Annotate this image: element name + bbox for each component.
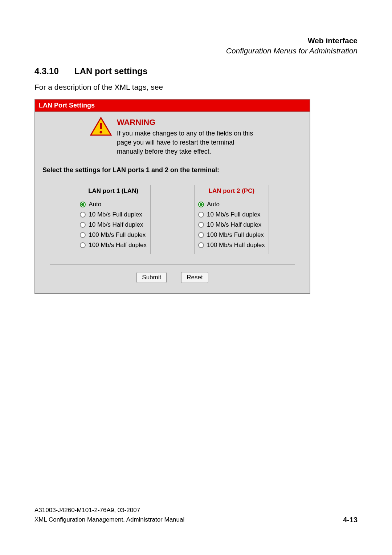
port1-option-10half[interactable]: 10 Mb/s Half duplex [80, 220, 147, 230]
port2-option-auto[interactable]: Auto [198, 199, 265, 210]
radio-icon [198, 222, 204, 228]
page-header: Web interface Configuration Menus for Ad… [34, 36, 358, 55]
instruction-text: Select the settings for LAN ports 1 and … [42, 166, 302, 174]
header-subtitle: Configuration Menus for Administration [34, 46, 358, 55]
radio-icon [80, 222, 86, 228]
lan-settings-panel: LAN Port Settings WARNING If you make ch… [34, 99, 310, 294]
lan-port1-title: LAN port 1 (LAN) [76, 185, 150, 197]
option-label: 100 Mb/s Full duplex [89, 231, 146, 239]
radio-icon [80, 212, 86, 218]
lan-port2-group: LAN port 2 (PC) Auto 10 Mb/s Full duplex… [194, 185, 269, 254]
lan-port2-title: LAN port 2 (PC) [195, 185, 269, 197]
option-label: 10 Mb/s Half duplex [89, 221, 143, 228]
svg-point-2 [100, 131, 102, 134]
option-label: 100 Mb/s Full duplex [207, 231, 264, 239]
option-label: Auto [207, 201, 220, 208]
option-label: Auto [89, 201, 101, 208]
panel-title: LAN Port Settings [35, 100, 310, 112]
warning-block: WARNING If you make changes to any of th… [42, 117, 302, 156]
port2-option-100half[interactable]: 100 Mb/s Half duplex [198, 240, 265, 250]
option-label: 10 Mb/s Half duplex [207, 221, 261, 228]
port2-option-100full[interactable]: 100 Mb/s Full duplex [198, 230, 265, 240]
radio-icon [198, 212, 204, 218]
warning-label: WARNING [117, 117, 255, 128]
footer-line1: A31003-J4260-M101-2-76A9, 03-2007 [34, 506, 184, 515]
section-heading: 4.3.10 LAN port settings [34, 66, 358, 76]
port1-option-10full[interactable]: 10 Mb/s Full duplex [80, 210, 147, 220]
divider [50, 264, 295, 265]
lan-port1-group: LAN port 1 (LAN) Auto 10 Mb/s Full duple… [76, 185, 151, 254]
option-label: 10 Mb/s Full duplex [207, 211, 260, 218]
page-footer: A31003-J4260-M101-2-76A9, 03-2007 XML Co… [34, 506, 358, 524]
radio-icon [198, 202, 204, 207]
page-number: 4-13 [343, 516, 358, 524]
warning-icon [90, 117, 112, 156]
port2-option-10full[interactable]: 10 Mb/s Full duplex [198, 210, 265, 220]
option-label: 100 Mb/s Half duplex [207, 242, 265, 249]
footer-line2: XML Configuration Management, Administra… [34, 515, 184, 524]
port1-option-auto[interactable]: Auto [80, 199, 147, 210]
svg-rect-1 [100, 123, 102, 129]
reset-button[interactable]: Reset [181, 272, 208, 283]
intro-text: For a description of the XML tags, see [34, 83, 358, 92]
port1-option-100half[interactable]: 100 Mb/s Half duplex [80, 240, 147, 250]
warning-text: If you make changes to any of the fields… [117, 129, 255, 157]
section-number: 4.3.10 [34, 66, 74, 76]
radio-icon [80, 232, 86, 238]
radio-icon [198, 232, 204, 238]
radio-icon [80, 242, 86, 248]
section-title: LAN port settings [74, 66, 147, 76]
radio-icon [80, 202, 86, 207]
radio-icon [198, 242, 204, 248]
option-label: 100 Mb/s Half duplex [89, 242, 147, 249]
option-label: 10 Mb/s Full duplex [89, 211, 142, 218]
port1-option-100full[interactable]: 100 Mb/s Full duplex [80, 230, 147, 240]
port2-option-10half[interactable]: 10 Mb/s Half duplex [198, 220, 265, 230]
header-title: Web interface [34, 36, 358, 45]
submit-button[interactable]: Submit [136, 272, 167, 283]
